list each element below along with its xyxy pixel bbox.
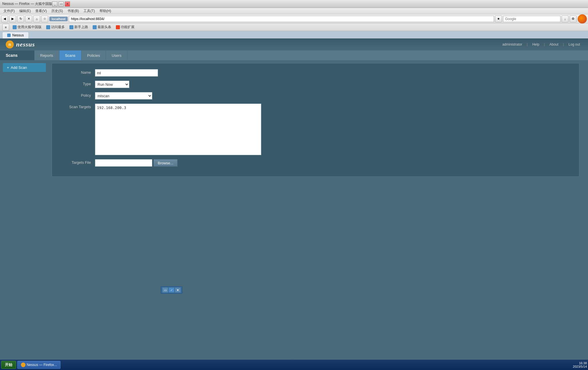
home-button[interactable]: ⌂	[33, 15, 40, 22]
menu-edit[interactable]: 编辑(E)	[17, 8, 33, 14]
address-input[interactable]	[69, 16, 494, 22]
menu-view[interactable]: 查看(V)	[33, 8, 49, 14]
nessus-logo-icon: n	[6, 40, 14, 48]
taskbar-time: 16:38	[573, 361, 587, 365]
help-link[interactable]: Help	[530, 42, 542, 46]
bookmark-ext-icon	[116, 25, 120, 29]
targets-file-row: Targets File Browse...	[61, 159, 571, 167]
address-label: localhost	[49, 17, 68, 21]
search-input[interactable]	[503, 16, 560, 22]
nessus-app: n nessus administrator | Help | About | …	[0, 38, 588, 370]
bookmarks-toggle[interactable]: ≡	[2, 24, 9, 31]
taskbar-right: 16:38 2023/5/14	[573, 361, 587, 368]
bookmark-news[interactable]: 最新头条	[91, 24, 112, 30]
bookmark-new[interactable]: 新手上路	[68, 24, 89, 30]
taskbar-nessus-item[interactable]: Nessus — Firefox...	[17, 361, 61, 369]
main-content: + Add Scan Name Type Run Now	[0, 60, 588, 363]
name-label: Name	[61, 69, 95, 75]
restore-button[interactable]: ▭	[59, 1, 64, 7]
bookmark-button[interactable]: ☆	[41, 15, 48, 22]
nav-extra-button2[interactable]: ⚙	[570, 15, 577, 22]
bookmark-news-label: 最新头条	[98, 25, 111, 30]
nessus-logo: n nessus	[6, 40, 35, 48]
bookmark-visit-icon	[46, 25, 50, 29]
nav-extra-button[interactable]: ↓	[562, 15, 568, 22]
bookmark-new-label: 新手上路	[74, 25, 88, 30]
name-input[interactable]	[95, 69, 158, 77]
policy-row: Policy mlscan	[61, 92, 571, 100]
tab-reports[interactable]: Reports	[34, 50, 59, 60]
menu-bar: 文件(F) 编辑(E) 查看(V) 历史(S) 书签(B) 工具(T) 帮助(H…	[0, 8, 588, 14]
name-row: Name	[61, 69, 571, 77]
bookmark-visit-label: 访问最多	[51, 25, 65, 30]
favorites-icon[interactable]: ★	[495, 15, 502, 22]
bookmark-huo-icon	[13, 25, 17, 29]
type-select[interactable]: Run Now Scheduled Template	[95, 81, 129, 88]
bookmark-ext-label: 功能扩展	[121, 25, 135, 30]
bookmarks-bar: ≡ 使用火狐中国版 访问最多 新手上路 最新头条 功能扩展	[0, 24, 588, 31]
form-area: Name Type Run Now Scheduled Template	[46, 63, 585, 360]
browser-titlebar: Nessus — Firefox — 火狐中国版 _ ▭ ✕	[0, 0, 588, 8]
user-links: administrator | Help | About | Log out	[500, 42, 582, 46]
toolbar-btn-3[interactable]: ▼	[175, 287, 181, 293]
reload-button[interactable]: ↻	[17, 15, 24, 22]
menu-tools[interactable]: 工具(T)	[81, 8, 97, 14]
nessus-tab[interactable]: Nessus	[2, 32, 29, 38]
navigation-bar: ◀ ▶ ↻ ✕ ⌂ ☆ localhost ★ ↓ ⚙	[0, 14, 588, 24]
close-button[interactable]: ✕	[65, 1, 70, 7]
tab-users[interactable]: Users	[106, 50, 127, 60]
policy-select[interactable]: mlscan	[95, 92, 152, 100]
user-administrator: administrator	[500, 42, 524, 46]
address-bar-container: localhost ★	[49, 15, 502, 22]
toolbar-btn-2[interactable]: ✓	[169, 287, 174, 293]
tab-scans[interactable]: Scans	[59, 50, 81, 60]
scan-targets-label: Scan Targets	[61, 104, 95, 109]
firefox-icon	[578, 14, 587, 24]
bookmark-visit[interactable]: 访问最多	[45, 24, 66, 30]
menu-bookmarks[interactable]: 书签(B)	[65, 8, 81, 14]
scan-targets-row: Scan Targets 192.168.200.3	[61, 104, 571, 155]
browse-button[interactable]: Browse...	[153, 159, 178, 167]
scan-targets-input[interactable]: 192.168.200.3	[95, 104, 261, 155]
targets-file-input[interactable]	[95, 159, 152, 167]
type-row: Type Run Now Scheduled Template	[61, 81, 571, 88]
minimize-button[interactable]: _	[52, 1, 57, 7]
nav-tabs: Reports Scans Policies Users	[34, 50, 127, 60]
nessus-header: n nessus administrator | Help | About | …	[0, 38, 588, 50]
taskbar-nessus-icon	[21, 363, 26, 367]
nessus-nav: Scans Reports Scans Policies Users	[0, 50, 588, 60]
add-scan-button[interactable]: + Add Scan	[3, 63, 46, 72]
back-button[interactable]: ◀	[1, 15, 8, 22]
menu-history[interactable]: 历史(S)	[49, 8, 65, 14]
bookmark-ext[interactable]: 功能扩展	[115, 24, 136, 30]
toolbar-btn-1[interactable]: ▭	[162, 287, 168, 293]
tab-policies[interactable]: Policies	[81, 50, 106, 60]
targets-file-label: Targets File	[61, 159, 95, 165]
taskbar-clock: 16:38 2023/5/14	[573, 361, 587, 368]
form-card: Name Type Run Now Scheduled Template	[52, 63, 579, 177]
menu-help[interactable]: 帮助(H)	[97, 8, 114, 14]
about-link[interactable]: About	[547, 42, 560, 46]
separator3: |	[561, 42, 566, 46]
forward-button[interactable]: ▶	[9, 15, 16, 22]
floating-toolbar: ▭ ✓ ▼	[161, 286, 182, 294]
taskbar: 开始 Nessus — Firefox... 16:38 2023/5/14	[0, 360, 588, 370]
stop-button[interactable]: ✕	[25, 15, 32, 22]
separator1: |	[525, 42, 530, 46]
tab-bar: Nessus	[0, 31, 588, 38]
tab-icon	[7, 34, 11, 37]
bookmark-news-icon	[93, 25, 97, 29]
type-label: Type	[61, 81, 95, 86]
plus-icon: +	[7, 65, 9, 70]
taskbar-nessus-label: Nessus — Firefox...	[27, 363, 57, 367]
tab-label: Nessus	[12, 33, 24, 37]
menu-file[interactable]: 文件(F)	[1, 8, 17, 14]
logout-link[interactable]: Log out	[566, 42, 582, 46]
sidebar: + Add Scan	[3, 63, 46, 360]
taskbar-date: 2023/5/14	[573, 365, 587, 368]
page-title: Scans	[0, 50, 34, 60]
add-scan-label: Add Scan	[11, 65, 27, 70]
start-button[interactable]: 开始	[1, 361, 16, 369]
bookmark-new-icon	[69, 25, 73, 29]
bookmark-huo[interactable]: 使用火狐中国版	[11, 24, 43, 30]
